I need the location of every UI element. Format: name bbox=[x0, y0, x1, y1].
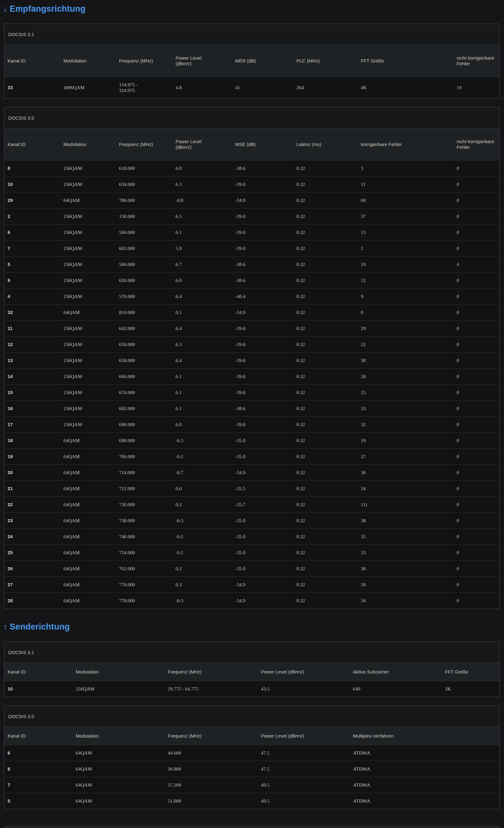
cell: 25 bbox=[358, 385, 454, 401]
cell-value: 586.000 bbox=[119, 261, 135, 267]
cell-value: 0 bbox=[457, 502, 459, 507]
column-header: Kanal ID bbox=[4, 45, 60, 77]
cell: 0.2 bbox=[172, 497, 232, 513]
cell-value: 754.000 bbox=[119, 550, 135, 555]
cell-value: 7 bbox=[7, 782, 10, 787]
cell-value: 64QAM bbox=[64, 502, 80, 507]
cell: 706.000 bbox=[116, 449, 172, 465]
cell: 51.000 bbox=[165, 793, 258, 809]
table-row: 2264QAM730.0000.2-35.70.321110 bbox=[4, 497, 499, 513]
cell: 0 bbox=[454, 545, 499, 561]
cell-value: 256QAM bbox=[64, 294, 82, 299]
column-header: Kanal ID bbox=[4, 663, 73, 681]
downstream-docsis31-caption: DOCSIS 3.1 bbox=[4, 24, 499, 45]
cell-value: 12 bbox=[7, 342, 13, 347]
cell: 7 bbox=[4, 241, 60, 256]
table-row: 2464QAM746.000-0.2-35.00.32350 bbox=[4, 529, 499, 545]
cell-value: 6.7 bbox=[175, 261, 181, 267]
cell: 642.000 bbox=[116, 321, 172, 337]
cell: 30 bbox=[358, 465, 454, 481]
cell-value: 0.32 bbox=[296, 486, 305, 491]
cell: -34.9 bbox=[232, 577, 293, 593]
table-row: 3264QAM810.0000.1-34.90.3200 bbox=[4, 304, 499, 321]
cell: 10 bbox=[4, 176, 60, 193]
cell: -34.9 bbox=[232, 193, 293, 208]
table-row: 2564QAM754.000-0.2-35.00.32330 bbox=[4, 545, 499, 561]
cell: 12 bbox=[358, 273, 454, 289]
cell: 0 bbox=[454, 433, 499, 449]
cell-value: 0.32 bbox=[296, 454, 305, 459]
table-row: 10256QAM29.775 - 64.77543.56402K bbox=[4, 681, 499, 697]
cell-value: 6.1 bbox=[175, 230, 181, 235]
cell-value: 6.1 bbox=[175, 374, 181, 379]
cell-value: 658.000 bbox=[119, 358, 135, 363]
cell-value: 49.5 bbox=[261, 782, 269, 787]
cell: -39.0 bbox=[232, 353, 293, 369]
cell: 6.3 bbox=[172, 337, 232, 353]
column-header-label: FFT Größe bbox=[361, 58, 384, 64]
column-header: Latenz (ms) bbox=[293, 129, 358, 160]
cell-value: 64QAM bbox=[64, 550, 80, 555]
cell-value: 24 bbox=[7, 534, 13, 539]
cell: 0.32 bbox=[293, 561, 358, 577]
cell-value: 13 bbox=[7, 358, 13, 363]
cell-value: 44.600 bbox=[168, 750, 181, 755]
column-header: nicht korrigierbare Fehler bbox=[454, 45, 499, 77]
cell: 43.5 bbox=[258, 681, 350, 697]
cell: 690.000 bbox=[116, 417, 172, 433]
cell-value: 0 bbox=[457, 390, 459, 395]
upstream-heading-label: Senderichtung bbox=[10, 622, 70, 631]
table-row: 16256QAM682.0006.1-38.60.32330 bbox=[4, 401, 499, 417]
cell-value: -38.6 bbox=[235, 278, 245, 283]
cell-value: 8 bbox=[7, 165, 10, 171]
cell: 0.32 bbox=[293, 337, 358, 353]
cell-value: 0 bbox=[457, 374, 459, 379]
cell: -0.3 bbox=[172, 433, 232, 449]
column-header-label: Power Level (dBmV) bbox=[261, 733, 304, 739]
cell-value: 256QAM bbox=[64, 246, 82, 251]
cell-value: -34.9 bbox=[235, 470, 245, 475]
up-arrow-icon: ↑ bbox=[3, 622, 7, 631]
cell-value: 0.32 bbox=[296, 422, 305, 427]
downstream-heading: ↓Empfangsrichtung bbox=[3, 4, 504, 14]
cell-value: 0.32 bbox=[296, 358, 305, 363]
cell-value: 29 bbox=[7, 198, 13, 203]
cell-value: -34.9 bbox=[235, 598, 245, 603]
cell: 0.32 bbox=[293, 529, 358, 545]
cell-value: 38 bbox=[361, 518, 366, 523]
cell: 64QAM bbox=[60, 513, 116, 529]
cell: 0.3 bbox=[172, 577, 232, 593]
cell-value: 256QAM bbox=[64, 326, 82, 331]
cell: 10 bbox=[4, 681, 73, 697]
cell: 0 bbox=[454, 193, 499, 208]
cell-value: 0 bbox=[457, 165, 459, 171]
cell-value: 0 bbox=[457, 598, 459, 603]
cell-value: 25 bbox=[361, 390, 366, 395]
column-header: Power Level (dBmV) bbox=[258, 727, 350, 745]
cell-value: 29.775 - 64.775 bbox=[168, 686, 199, 692]
cell: 578.000 bbox=[116, 289, 172, 304]
cell: 0.32 bbox=[293, 497, 358, 513]
column-header-label: korrigierbare Fehler bbox=[361, 141, 402, 147]
cell-value: 0 bbox=[457, 342, 459, 347]
cell: 6.4 bbox=[172, 321, 232, 337]
cell: 47.5 bbox=[258, 745, 350, 761]
cell-value: 22 bbox=[7, 502, 13, 507]
cell-value: 0.32 bbox=[296, 566, 305, 571]
cell-value: -39.0 bbox=[235, 326, 245, 331]
column-header-label: Frequenz (MHz) bbox=[168, 669, 202, 674]
column-header: Kanal ID bbox=[4, 129, 60, 160]
cell: 64QAM bbox=[60, 545, 116, 561]
cell-value: 16 bbox=[7, 406, 13, 411]
cell: -34.9 bbox=[232, 465, 293, 481]
cell-value: 706.000 bbox=[119, 454, 135, 459]
cell: 0 bbox=[454, 561, 499, 577]
cell: 0 bbox=[454, 513, 499, 529]
cell-value: 0.32 bbox=[296, 438, 305, 443]
cell: 15 bbox=[4, 385, 60, 401]
cell-value: 30 bbox=[361, 358, 366, 363]
column-header: FFT Größe bbox=[358, 45, 454, 77]
cell: 602.000 bbox=[116, 241, 172, 256]
cell: 256QAM bbox=[60, 256, 116, 273]
cell: 6.5 bbox=[172, 208, 232, 224]
